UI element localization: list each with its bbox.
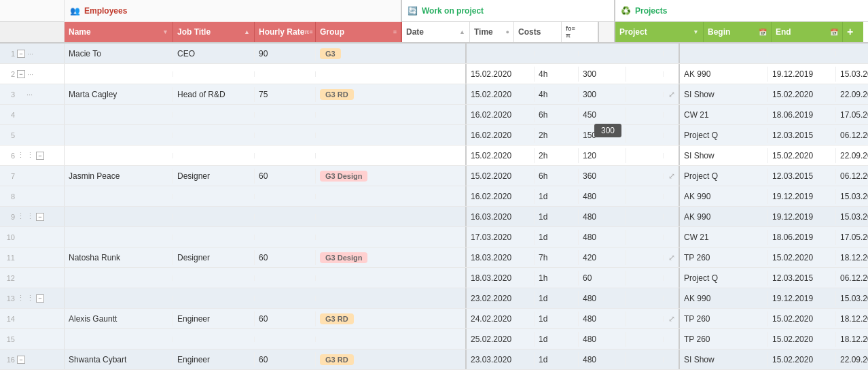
col-header-add[interactable]: +: [843, 22, 863, 42]
cell-fopi: [626, 71, 664, 77]
cell-group: G3 RD: [316, 311, 397, 327]
cell-end: 17.05.2020: [836, 107, 868, 122]
more-icon[interactable]: ⋮: [26, 151, 34, 160]
col-header-fopi[interactable]: fo≡π: [562, 22, 599, 42]
cell-name: Natosha Runk: [65, 250, 173, 265]
cell-expand[interactable]: ⤢: [664, 311, 680, 326]
employee-data: [65, 105, 467, 124]
cell-hr: [255, 275, 316, 281]
cell-job: Designer: [173, 250, 255, 265]
cell-date: 15.02.2020: [467, 87, 535, 102]
cell-date: 18.03.2020: [467, 250, 535, 265]
col-header-begin[interactable]: Begin 📅: [704, 22, 772, 42]
cell-expand[interactable]: ⤢: [664, 169, 680, 184]
table-row: 5 16.02.2020 2h 150: [0, 125, 868, 146]
add-col-icon[interactable]: +: [847, 26, 853, 38]
cell-hr: [255, 133, 316, 138]
cell-hr: 60: [255, 250, 316, 265]
cell-project: SI Show: [680, 87, 768, 102]
cell-project: Project Q: [680, 169, 768, 184]
col-header-end[interactable]: End 📅: [772, 22, 843, 42]
cell-begin: 19.12.2019: [768, 189, 836, 204]
cell-job: CEO: [173, 46, 255, 61]
col-header-costs[interactable]: Costs: [514, 22, 562, 42]
dots-icon[interactable]: ⋮: [17, 212, 24, 221]
cell-date: 23.02.2020: [467, 291, 535, 306]
group-badge: G3 RD: [320, 354, 354, 365]
cell-costs: 480: [579, 291, 626, 306]
cell-name: [65, 235, 173, 240]
dots-icon[interactable]: ···: [27, 70, 33, 78]
collapse-icon[interactable]: −: [17, 356, 25, 364]
table-row: 4 16.02.2020 6h 450: [0, 105, 868, 125]
collapse-icon[interactable]: −: [36, 294, 44, 303]
cell-name: Shwanta Cybart: [65, 352, 173, 367]
cell-group: [316, 153, 397, 158]
expand-icon[interactable]: ⤢: [668, 171, 675, 181]
row-num-area: 13 ⋮ ⋮ −: [0, 288, 65, 308]
cell-hr: [255, 112, 316, 118]
more-icon[interactable]: ⋮: [26, 212, 34, 221]
col-header-name[interactable]: Name ▼: [65, 22, 173, 42]
cell-expand[interactable]: ⤢: [664, 87, 680, 102]
cell-fopi: [626, 153, 664, 158]
col-header-date[interactable]: Date ▲: [402, 22, 470, 42]
work-data: 23.03.2020 1d 480: [467, 349, 680, 369]
expand-icon[interactable]: ⤢: [668, 90, 675, 99]
table-row: 1 − ··· Macie To CEO 90 G3: [0, 44, 868, 64]
projects-section-header: ♻️ Projects: [615, 0, 868, 22]
more-icon[interactable]: ⋮: [26, 294, 34, 303]
cell-costs: 480: [579, 332, 626, 347]
dots-icon[interactable]: ⋮: [17, 151, 24, 160]
col-header-hourly[interactable]: Hourly Rate π≡: [255, 22, 316, 42]
cell-end: 15.03.2021: [836, 209, 868, 224]
dots-icon[interactable]: ⋮: [17, 294, 24, 303]
col-header-group[interactable]: Group ≡: [316, 22, 402, 42]
employees-label: Employees: [84, 6, 127, 16]
project-data: SI Show 15.02.2020 22.09.2036: [680, 146, 868, 165]
expand-icon[interactable]: ⤢: [668, 253, 675, 262]
cell-costs: 300: [579, 87, 626, 102]
row-num-area: 1 − ···: [0, 44, 65, 63]
col-header-project[interactable]: Project ▼: [615, 22, 704, 42]
cell-group: [316, 194, 397, 199]
collapse-icon[interactable]: −: [36, 213, 44, 221]
cell-end: 17.05.2020: [836, 230, 868, 245]
row-num-area: 4: [0, 105, 65, 124]
dots-icon[interactable]: ···: [27, 50, 33, 58]
cell-date: 15.02.2020: [467, 148, 535, 163]
collapse-icon[interactable]: −: [17, 70, 25, 78]
cell-expand[interactable]: ⤢: [664, 250, 680, 265]
employee-data: [65, 227, 467, 247]
table-row: 8 16.02.2020 1d 480: [0, 186, 868, 207]
cell-fopi: [626, 316, 664, 322]
cell-project: CW 21: [680, 107, 768, 122]
table-row: 9 ⋮ ⋮ − 16.03.2020 1d 480: [0, 207, 868, 227]
cell-date: [467, 51, 535, 56]
cell-time: 4h: [535, 87, 579, 102]
row-num-area: 3 ···: [0, 84, 65, 104]
cell-costs: 120: [579, 148, 626, 163]
employee-data: [65, 125, 467, 145]
cell-hr: [255, 194, 316, 199]
cell-date: 25.02.2020: [467, 332, 535, 347]
expand-icon[interactable]: ⤢: [668, 314, 675, 324]
cell-hr: [255, 337, 316, 342]
cell-name: [65, 275, 173, 281]
cell-expand: [664, 194, 680, 199]
collapse-icon[interactable]: −: [17, 50, 25, 58]
group-badge: G3: [320, 48, 341, 59]
col-header-time[interactable]: Time ●: [470, 22, 514, 42]
cell-expand: [664, 357, 680, 362]
employee-data: [65, 268, 467, 288]
cell-fopi: [626, 214, 664, 220]
row-num-area: 7: [0, 166, 65, 186]
cell-job: [173, 112, 255, 118]
cell-hr: 60: [255, 311, 316, 326]
table-row: 3 ··· Marta Cagley Head of R&D 75 G3 RD …: [0, 84, 868, 105]
collapse-icon[interactable]: −: [36, 152, 44, 160]
cell-date: 16.02.2020: [467, 189, 535, 204]
col-header-jobtitle[interactable]: Job Title ▲: [173, 22, 255, 42]
cell-time: 1d: [535, 311, 579, 326]
dots-icon[interactable]: ···: [26, 90, 33, 99]
